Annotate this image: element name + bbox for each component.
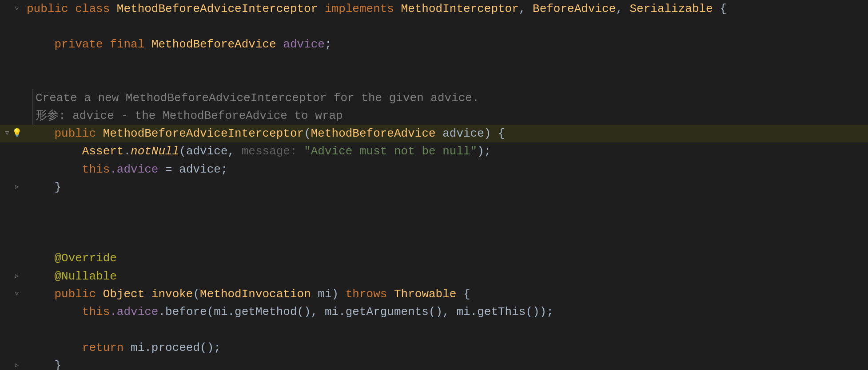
- keyword-implements: implements: [318, 0, 401, 18]
- fold-arrow-8[interactable]: ▽: [3, 130, 11, 138]
- empty-line-5: [0, 214, 868, 232]
- indent-11: [27, 178, 54, 196]
- param-type-8: MethodBeforeAdvice: [311, 125, 436, 142]
- empty-line-1: [0, 18, 868, 35]
- code-line-3: private final MethodBeforeAdvice advice;: [0, 35, 868, 53]
- code-area: ▽ public class MethodBeforeAdviceInterce…: [0, 0, 868, 370]
- code-content-11: }: [27, 178, 868, 196]
- close-brace-11: }: [54, 178, 61, 196]
- empty-line-6: [0, 232, 868, 249]
- empty-line-2: [0, 54, 868, 71]
- doc-comment-block: Create a new MethodBeforeAdviceIntercept…: [0, 89, 868, 125]
- annotation-nullable: @Nullable: [54, 268, 116, 285]
- code-content-15: @Override: [27, 249, 868, 267]
- code-content-1: public class MethodBeforeAdviceIntercept…: [27, 0, 868, 18]
- indent-15: [27, 249, 54, 267]
- gutter-16: ▷: [0, 272, 24, 280]
- param-mi: mi): [311, 285, 346, 303]
- code-line-16: ▷ @Nullable: [0, 268, 868, 285]
- code-content-18: this.advice.before(mi.getMethod(), mi.ge…: [27, 303, 868, 321]
- class-name-main: MethodBeforeAdviceInterceptor: [117, 0, 318, 18]
- before-call: .before(mi.getMethod(), mi.getArguments(…: [158, 303, 553, 321]
- code-line-17: ▽ public Object invoke(MethodInvocation …: [0, 285, 868, 303]
- keyword-this-18: this: [82, 303, 110, 321]
- assert-class: Assert: [82, 142, 124, 160]
- return-type-object: Object: [103, 285, 151, 303]
- code-content-3: private final MethodBeforeAdvice advice;: [27, 35, 868, 53]
- constructor-name: MethodBeforeAdviceInterceptor: [103, 125, 304, 142]
- keyword-throws: throws: [346, 285, 394, 303]
- invoke-method: invoke: [151, 285, 193, 303]
- doc-text-2: 形参: advice - the MethodBeforeAdvice to w…: [36, 107, 343, 125]
- indent-21: [27, 357, 54, 370]
- param-type-mi: MethodInvocation: [200, 285, 311, 303]
- indent-9: [27, 142, 82, 160]
- space-9: [297, 142, 304, 160]
- paren-open-17: (: [193, 285, 200, 303]
- code-content-21: }: [27, 357, 868, 370]
- dot-9: .: [123, 142, 131, 160]
- proceed-call: mi.proceed();: [131, 339, 221, 357]
- fold-arrow-17[interactable]: ▽: [13, 290, 21, 298]
- not-null-method: notNull: [131, 142, 179, 160]
- code-content-8: public MethodBeforeAdviceInterceptor(Met…: [27, 125, 868, 142]
- interface-1: MethodInterceptor: [401, 0, 519, 18]
- code-line-18: this.advice.before(mi.getMethod(), mi.ge…: [0, 303, 868, 321]
- gutter-17: ▽: [0, 290, 24, 298]
- indent-17: [27, 285, 54, 303]
- throwable-class: Throwable: [394, 285, 456, 303]
- assign-10: = advice;: [158, 161, 227, 178]
- comma-1: ,: [519, 0, 533, 18]
- code-content-20: return mi.proceed();: [27, 339, 868, 357]
- code-line-1: ▽ public class MethodBeforeAdviceInterce…: [0, 0, 868, 18]
- gutter-21: ▷: [0, 362, 24, 370]
- keyword-class: class: [75, 0, 117, 18]
- code-content-17: public Object invoke(MethodInvocation mi…: [27, 285, 868, 303]
- fold-arrow-16[interactable]: ▷: [13, 272, 21, 280]
- interface-2: BeforeAdvice: [533, 0, 616, 18]
- gutter-1: ▽: [0, 5, 24, 13]
- keyword-return: return: [82, 339, 131, 357]
- open-brace-17: {: [456, 285, 470, 303]
- semicolon-3: ;: [325, 35, 332, 53]
- param-name-8: advice: [436, 125, 484, 142]
- close-paren-8: ) {: [484, 125, 505, 142]
- indent-3: [27, 35, 54, 53]
- code-line-11: ▷ }: [0, 178, 868, 196]
- code-line-20: return mi.proceed();: [0, 339, 868, 357]
- close-paren-9: );: [477, 142, 491, 160]
- code-line-10: this.advice = advice;: [0, 161, 868, 178]
- empty-line-7: [0, 321, 868, 339]
- indent-18: [27, 303, 82, 321]
- keyword-final: final: [110, 35, 151, 53]
- gutter-8: ▽ 💡: [0, 130, 24, 138]
- code-line-15: @Override: [0, 249, 868, 267]
- empty-line-4: [0, 196, 868, 214]
- indent-20: [27, 339, 82, 357]
- fold-arrow-1[interactable]: ▽: [13, 5, 21, 13]
- fold-arrow-11[interactable]: ▷: [13, 183, 21, 191]
- keyword-this-10: this: [82, 161, 110, 178]
- code-content-9: Assert.notNull(advice, message: "Advice …: [27, 142, 868, 160]
- empty-line-3: [0, 71, 868, 89]
- indent-8: [27, 125, 54, 142]
- indent-16: [27, 268, 54, 285]
- bulb-icon-8[interactable]: 💡: [13, 130, 21, 138]
- fold-arrow-21[interactable]: ▷: [13, 362, 21, 370]
- field-advice: advice: [276, 35, 325, 53]
- code-editor: ▽ public class MethodBeforeAdviceInterce…: [0, 0, 868, 370]
- code-line-8: ▽ 💡 public MethodBeforeAdviceInterceptor…: [0, 125, 868, 142]
- code-content-16: @Nullable: [27, 268, 868, 285]
- keyword-private: private: [54, 35, 110, 53]
- keyword-public-17: public: [54, 285, 103, 303]
- doc-text-1: Create a new MethodBeforeAdviceIntercept…: [36, 89, 479, 107]
- field-advice-call: .advice: [110, 303, 158, 321]
- code-line-9: Assert.notNull(advice, message: "Advice …: [0, 142, 868, 160]
- type-advice: MethodBeforeAdvice: [151, 35, 276, 53]
- close-brace-21: }: [54, 357, 61, 370]
- interface-3: Serializable: [629, 0, 713, 18]
- keyword-public: public: [27, 0, 75, 18]
- paren-open-8: (: [304, 125, 311, 142]
- paren-args-9: (advice,: [179, 142, 241, 160]
- field-advice-assign: .advice: [110, 161, 158, 178]
